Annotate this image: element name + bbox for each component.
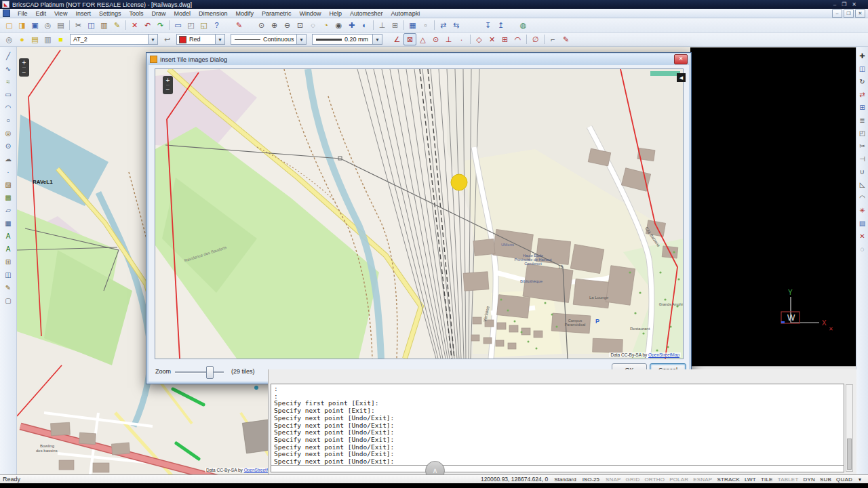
print-icon[interactable]: ▤ <box>54 19 67 31</box>
table-icon[interactable]: ▦ <box>1 217 15 230</box>
status-toggle[interactable]: SNAP <box>606 476 621 483</box>
dialog-map-zoom-control[interactable]: + − <box>163 76 173 94</box>
region-icon[interactable]: ▱ <box>1 204 15 217</box>
dim-style-field[interactable]: ISO-25 <box>583 476 599 483</box>
zoom-extents-icon[interactable]: ◌ <box>307 19 319 31</box>
donut-icon[interactable]: ◎ <box>1 127 15 140</box>
maximize-button[interactable]: ❐ <box>842 1 846 7</box>
doc-minimize-button[interactable]: – <box>832 9 842 18</box>
viewports-icon[interactable]: ▦ <box>406 19 419 31</box>
zoom-slider[interactable] <box>175 365 224 378</box>
status-menu-arrow[interactable]: ▾ <box>859 476 861 483</box>
export-icon[interactable]: ↥ <box>494 19 507 31</box>
arc-icon[interactable]: ◠ <box>1 101 15 114</box>
minimize-button[interactable]: – <box>833 1 836 7</box>
doc-restore-button[interactable]: ❐ <box>844 9 854 18</box>
undo-icon[interactable]: ↶ <box>141 19 154 31</box>
revcloud-icon[interactable]: ☁ <box>1 152 15 165</box>
zoom-in-button[interactable]: + <box>22 58 26 68</box>
hatch-icon[interactable]: ▨ <box>1 178 15 191</box>
polyline-icon[interactable]: ∿ <box>1 62 15 75</box>
match-properties-icon[interactable]: ✎ <box>111 19 123 31</box>
fillet-icon[interactable]: ◠ <box>856 191 868 204</box>
zoom-window-icon[interactable]: ⊡ <box>294 19 307 31</box>
delete-icon[interactable]: ✕ <box>856 230 868 243</box>
text-icon[interactable]: A <box>1 243 15 256</box>
osm-link[interactable]: OpenStreetMap <box>648 352 679 357</box>
snap-center-icon[interactable]: ⊙ <box>429 33 442 45</box>
lineweight-combo[interactable]: 0.20 mm ▼ <box>312 34 382 45</box>
gradient-icon[interactable]: ▩ <box>1 191 15 204</box>
boundary-icon[interactable]: ▢ <box>1 294 15 307</box>
command-scrollbar[interactable] <box>846 384 853 472</box>
menu-item[interactable]: Modify <box>232 9 258 18</box>
zoom-in-button[interactable]: + <box>166 76 170 85</box>
scale-icon[interactable]: ◰ <box>856 127 868 140</box>
linetype-combo[interactable]: Continuous ▼ <box>231 34 307 45</box>
print-preview-icon[interactable]: ◎ <box>41 19 54 31</box>
copy-icon[interactable]: ◫ <box>85 19 98 31</box>
hyperlink-icon[interactable]: ⇄ <box>437 19 450 31</box>
line-icon[interactable]: ╱ <box>1 49 15 62</box>
snap-quadrant-icon[interactable]: ◇ <box>473 33 486 45</box>
bgmap-zoom-control[interactable]: + − <box>19 58 29 77</box>
spline-icon[interactable]: ≈ <box>1 75 15 88</box>
cut-icon[interactable]: ✂ <box>72 19 85 31</box>
chevron-down-icon[interactable]: ▼ <box>372 35 382 44</box>
menu-item[interactable]: Dimension <box>195 9 232 18</box>
menu-item[interactable]: Settings <box>95 9 125 18</box>
import-icon[interactable]: ↧ <box>481 19 494 31</box>
dialog-close-button[interactable]: ✕ <box>674 54 688 64</box>
menu-item[interactable]: Tools <box>125 9 147 18</box>
zoom-out-button[interactable]: − <box>166 85 170 94</box>
redline-icon[interactable]: ✎ <box>233 19 245 31</box>
drawing-explorer-icon[interactable]: ◎ <box>3 33 16 45</box>
mirror-icon[interactable]: ⇄ <box>856 88 868 101</box>
copy-entity-icon[interactable]: ◫ <box>856 62 868 75</box>
collapse-panel-button[interactable]: ◀ <box>677 73 686 82</box>
status-toggle[interactable]: TILE <box>761 476 773 483</box>
rectangle-icon[interactable]: ▭ <box>1 88 15 101</box>
menu-item[interactable]: Insert <box>71 9 95 18</box>
look-icon[interactable]: ◉ <box>332 19 345 31</box>
zoom-in-icon[interactable]: ⊕ <box>268 19 281 31</box>
paste-icon[interactable]: ▥ <box>98 19 111 31</box>
menu-item[interactable]: Draw <box>147 9 170 18</box>
chevron-down-icon[interactable]: ▼ <box>148 35 157 44</box>
etransmit-icon[interactable]: ⇆ <box>450 19 462 31</box>
menu-item[interactable]: View <box>50 9 71 18</box>
offset-icon[interactable]: ≣ <box>856 114 868 127</box>
scrollbar-thumb[interactable] <box>847 439 852 470</box>
extend-icon[interactable]: ⊣ <box>856 152 868 165</box>
array-icon[interactable]: ⊞ <box>856 101 868 114</box>
status-toggle[interactable]: TABLET <box>778 476 799 483</box>
ucs-icon[interactable]: ⊥ <box>376 19 389 31</box>
snap-perpendicular-icon[interactable]: ⊥ <box>442 33 455 45</box>
status-toggle[interactable]: QUAD <box>836 476 852 483</box>
sketch-icon[interactable]: ✎ <box>1 281 15 294</box>
zoom-percent-icon[interactable]: ◱ <box>197 19 210 31</box>
snap-node-icon[interactable]: ∙ <box>455 33 468 45</box>
orbit-icon[interactable]: ◔ <box>319 19 332 31</box>
move-icon[interactable]: ✚ <box>856 49 868 62</box>
ellipse-icon[interactable]: ⊙ <box>1 140 15 152</box>
menu-item[interactable]: Model <box>170 9 195 18</box>
tile-map-view[interactable]: + − Résidence des BaudartsVerlaineUMonsH… <box>155 68 684 359</box>
menu-item[interactable]: Window <box>296 9 326 18</box>
explode-icon[interactable]: ✳ <box>856 204 868 217</box>
publish-icon[interactable]: ◍ <box>517 19 530 31</box>
rotate-icon[interactable]: ↻ <box>856 75 868 88</box>
menu-item[interactable]: Automesher <box>346 9 387 18</box>
current-color-swatch[interactable]: ■ <box>54 33 67 45</box>
color-combo[interactable]: Red ▼ <box>176 34 225 45</box>
zoom-slider-handle[interactable] <box>206 366 214 379</box>
light-icon[interactable]: ● <box>16 33 28 45</box>
point-icon[interactable]: ∙ <box>1 165 15 178</box>
help-icon[interactable]: ? <box>210 19 223 31</box>
status-toggle[interactable]: LWT <box>745 476 756 483</box>
redo-icon[interactable]: ↷ <box>154 19 167 31</box>
menu-item[interactable]: Edit <box>32 9 51 18</box>
menu-item[interactable]: Parametric <box>258 9 296 18</box>
zoom-slider-track[interactable] <box>175 371 224 373</box>
zoom-out-icon[interactable]: ⊖ <box>281 19 294 31</box>
